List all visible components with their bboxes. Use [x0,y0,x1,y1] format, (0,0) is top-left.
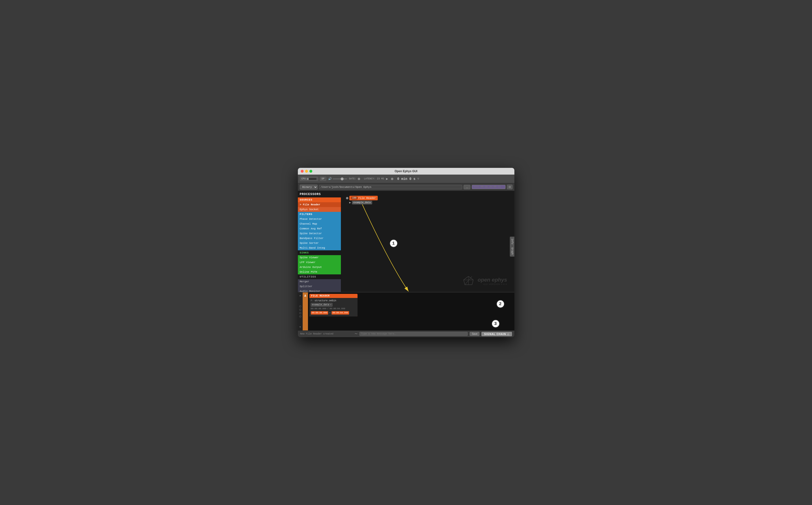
nav-dot-1[interactable] [299,305,301,307]
close-button[interactable] [301,170,304,173]
card-body: F: structure.oebin example_data ▼ 00:00:… [309,298,358,317]
graph-tab[interactable]: Graph [510,245,514,257]
cpu-meter: CPU [300,177,318,181]
annotation-1: 1 [389,239,398,248]
signal-chain-label: SIGNAL CHAIN [484,333,506,335]
signal-chain-triangle-icon: △ [507,333,509,335]
sidebar-item-merger[interactable]: Merger [298,279,341,284]
time-sep: / [327,308,328,310]
annotation-num-3: 3 [491,319,500,328]
sidebar-item-multiband[interactable]: Multi-Band Integ [298,245,341,250]
main-window: Open Ephys GUI CPU DP 🔊 GATE: LATENCY: 2… [298,168,514,337]
cpu-fill [307,178,309,180]
dp-label: DP [322,177,324,180]
sidebar-title: PROCESSORS [298,191,341,197]
panel-content: FILE READER F: structure.oebin example_d… [308,293,514,330]
logo-version: GUI VERSION 0.6.0 [478,283,507,286]
gate-section: GATE: [349,177,360,180]
sidebar-item-ephys-socket[interactable]: Ephys Socket [298,207,341,212]
format-select[interactable]: Binary [300,185,317,189]
nav-down-icon[interactable]: ▼ [299,326,301,329]
cpu-bar [307,178,316,180]
canvas-area: 100 File Reader ▶ example_data 1 Info Gr… [341,191,514,292]
sidebar-item-phase-detector[interactable]: Phase Detector [298,217,341,221]
node-id: 100 [351,196,358,200]
window-controls [301,170,312,173]
card-file-row: F: structure.oebin [311,299,356,302]
rec-settings-button[interactable]: ⊡ [507,185,513,189]
play-button[interactable]: ▶ [386,177,388,181]
node-box[interactable]: 100 File Reader [349,196,378,200]
time-range-row: 00:00:00.000 - 00:00:04.999 [311,311,356,315]
recording-toolbar: Binary ... ⊡ [298,183,514,191]
sidebar-item-file-reader[interactable]: File Reader [298,202,341,207]
dropdown-arrow-icon[interactable]: ▽ [417,177,419,181]
sidebar-item-common-avg-ref[interactable]: Common Avg Ref [298,226,341,231]
dp-meter: DP [320,177,326,181]
annotation-3: 3 [491,319,500,328]
time-current-row: 00:00:00.000 / 00:00:04.999 [311,308,356,310]
file-reader-card: FILE READER F: structure.oebin example_d… [309,294,358,317]
statusbar: New File Reader created 〜 Save SIGNAL CH… [298,330,514,337]
minimize-button[interactable] [305,170,308,173]
volume-slider[interactable] [333,178,347,179]
sidebar-item-online-psth[interactable]: Online PSTH [298,270,341,275]
node-header: 100 File Reader [346,196,378,200]
sidebar: PROCESSORS SOURCES File Reader Ephys Soc… [298,191,341,292]
nav-dot-2[interactable] [299,309,301,311]
gate-indicator [358,178,360,180]
sidebar-item-audio-monitor[interactable]: Audio Monitor [298,289,341,292]
nav-up-icon[interactable]: ▲ [299,294,301,297]
node-play-icon[interactable]: ▶ [349,201,351,204]
nav-dot-3[interactable] [299,312,301,314]
category-sources: SOURCES [298,197,341,202]
sidebar-item-arduino-output[interactable]: Arduino Output [298,265,341,270]
signal-chain-button[interactable]: SIGNAL CHAIN △ [482,332,512,336]
browse-button[interactable]: ... [463,185,470,189]
file-reader-node: 100 File Reader ▶ example_data [346,196,378,204]
panel-letter: A [303,293,308,330]
dir-value: example_data [312,304,329,306]
annotation-num-1: 1 [389,239,398,248]
logo-area: open ephys GUI VERSION 0.6.0 [461,275,507,287]
logo-text: open ephys GUI VERSION 0.6.0 [478,277,507,286]
card-dir-row: example_data ▼ [311,303,356,307]
info-tab[interactable]: Info [510,236,514,246]
node-sub-label[interactable]: example_data [352,201,372,204]
logo-icon [461,275,476,287]
speaker-icon: 🔊 [328,177,332,181]
dir-dropdown[interactable]: example_data ▼ [311,303,333,307]
volume-thumb [341,177,344,180]
sidebar-item-bandpass-filter[interactable]: Bandpass Filter [298,236,341,241]
sidebar-item-spike-viewer[interactable]: Spike Viewer [298,255,341,260]
logo-name: open ephys [478,277,507,283]
message-input[interactable] [360,332,468,336]
sidebar-item-spike-sorter[interactable]: Spike Sorter [298,241,341,245]
file-value: structure.oebin [315,299,336,302]
panel-nav: ▲ ▼ [298,293,303,330]
sidebar-item-splitter[interactable]: Splitter [298,284,341,289]
gate-label: GATE: [349,177,356,180]
nav-dot-4[interactable] [299,316,301,317]
maximize-button[interactable] [309,170,312,173]
node-status-indicator [346,197,349,199]
range-end[interactable]: 00:00:04.999 [331,311,349,315]
datetime-input[interactable] [472,185,506,189]
card-header: FILE READER [309,294,358,298]
node-sub: ▶ example_data [349,201,378,204]
time-display: 0 min 0 s [397,177,415,181]
range-start[interactable]: 00:00:00.000 [311,311,328,315]
sidebar-item-spike-detector[interactable]: Spike Detector [298,231,341,236]
sidebar-item-channel-map[interactable]: Channel Map [298,221,341,226]
node-label: File Reader [359,197,376,200]
main-toolbar: CPU DP 🔊 GATE: LATENCY: 23 MS ▶ 0 min 0 … [298,175,514,183]
window-title: Open Ephys GUI [395,170,417,173]
sidebar-item-lfp-viewer[interactable]: LFP Viewer [298,260,341,265]
annotation-2: 2 [496,300,505,308]
time-current: 00:00:00.000 [311,308,326,310]
bottom-panel: ▲ ▼ A FILE READER F: structure.oebin [298,292,514,330]
path-input[interactable] [319,185,462,189]
waveform-icon: 〜 [355,332,358,336]
category-utilities: UTILITIES [298,275,341,279]
save-button[interactable]: Save [469,332,480,336]
